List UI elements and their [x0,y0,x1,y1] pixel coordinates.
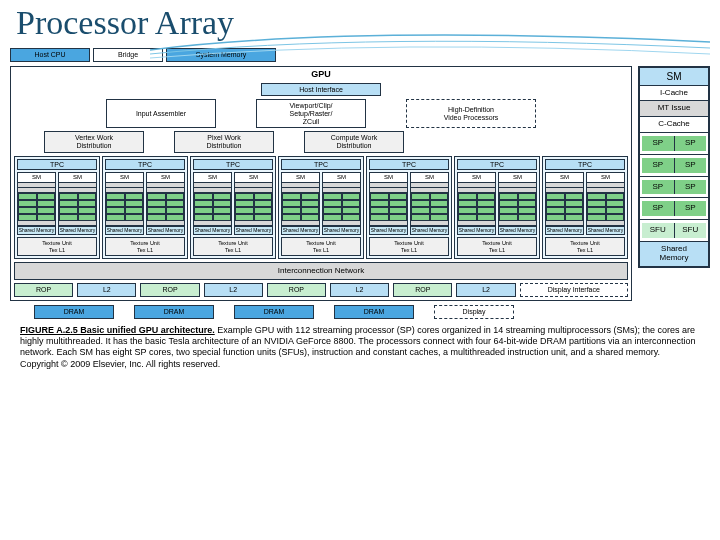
sp-box: SP [675,158,707,173]
l2-box: L2 [330,283,389,297]
texture-unit-box: Texture Unit Tex L1 [17,237,97,255]
pixel-work-box: Pixel Work Distribution [174,131,274,152]
vertex-work-box: Vertex Work Distribution [44,131,144,152]
swoosh-graphic [150,30,710,60]
sm-column: SM Shared Memory [58,172,97,235]
shared-memory-label: Shared Memory [18,226,55,235]
l2-box: L2 [456,283,515,297]
display-box: Display [434,305,514,319]
tpc: TPC SM Shared Memory SM [14,156,100,259]
shared-memory-label: Shared Memory [59,226,96,235]
tpc-array: TPC SM Shared Memory SM [14,156,628,259]
interconnect-box: Interconnection Network [14,262,628,281]
input-assembler-box: Input Assembler [106,99,216,128]
dram-box: DRAM [34,305,114,319]
gpu-panel: GPU Host Interface Input Assembler Viewp… [10,66,632,301]
sp-box: SP [675,180,707,195]
tpc: TPC SMShared MemorySMShared Memory Textu… [542,156,628,259]
tpc: TPC SMShared MemorySMShared Memory Textu… [454,156,540,259]
sp-box: SP [642,158,675,173]
gpu-label: GPU [14,70,628,80]
icache-box: I-Cache [640,86,708,102]
host-interface-box: Host Interface [261,83,381,97]
tpc: TPC SMShared MemorySMShared Memory Textu… [278,156,364,259]
dram-box: DRAM [334,305,414,319]
sm-label: SM [18,173,55,183]
sp-box: SP [642,180,675,195]
figure-caption: FIGURE A.2.5 Basic unified GPU architect… [0,319,720,376]
viewport-raster-box: Viewport/Clip/ Setup/Raster/ ZCull [256,99,366,128]
sfu-box: SFU [675,223,707,238]
compute-work-box: Compute Work Distribution [304,131,404,152]
figure-number: FIGURE A.2.5 Basic unified GPU architect… [20,325,215,335]
rop-box: ROP [14,283,73,297]
sm-column: SM Shared Memory [17,172,56,235]
sm-detail-title: SM [640,68,708,86]
tpc-header: TPC [105,159,185,171]
shared-memory-box: Shared Memory [640,242,708,266]
sm-label: SM [59,173,96,183]
l2-box: L2 [204,283,263,297]
display-interface-box: Display Interface [520,283,628,297]
tpc-header: TPC [17,159,97,171]
sp-box: SP [675,136,707,151]
sp-box: SP [642,136,675,151]
sm-detail-panel: SM I-Cache MT Issue C-Cache SPSP SPSP SP… [638,66,710,268]
tpc: TPC SMShared MemorySMShared Memory Textu… [190,156,276,259]
rop-box: ROP [140,283,199,297]
sp-box: SP [642,201,675,216]
dram-box: DRAM [134,305,214,319]
hd-video-box: High-Definition Video Processors [406,99,536,128]
mt-issue-box: MT Issue [640,101,708,117]
rop-box: ROP [393,283,452,297]
gpu-diagram: Host CPU Bridge System Memory GPU Host I… [0,42,720,319]
tpc: TPC SMShared MemorySMShared Memory Textu… [366,156,452,259]
tpc: TPC SMShared MemorySMShared Memory Textu… [102,156,188,259]
dram-box: DRAM [234,305,314,319]
ccache-box: C-Cache [640,117,708,133]
sp-box: SP [675,201,707,216]
l2-box: L2 [77,283,136,297]
rop-box: ROP [267,283,326,297]
sfu-box: SFU [642,223,675,238]
host-cpu-box: Host CPU [10,48,90,62]
